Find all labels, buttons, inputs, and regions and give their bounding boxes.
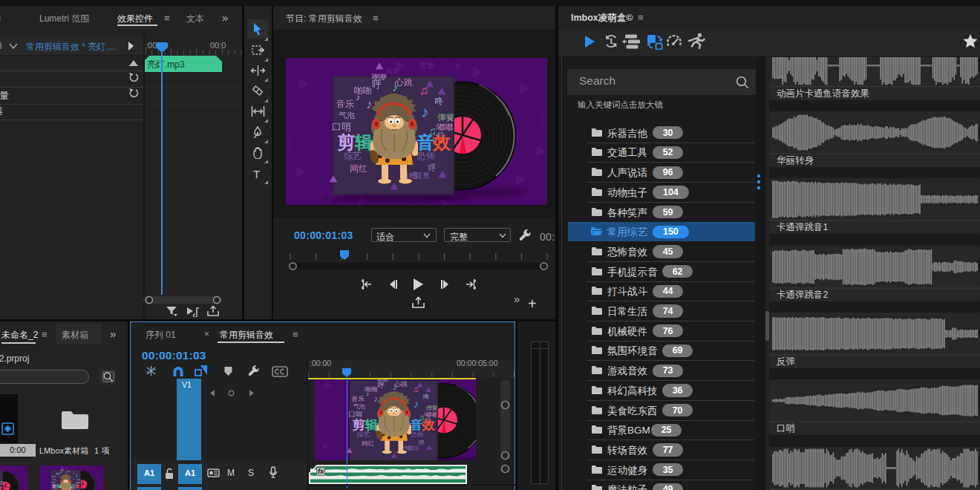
svg-text:咿咿: 咿咿 [372, 73, 387, 81]
svg-text:♪: ♪ [356, 92, 360, 102]
svg-text:剪辑: 剪辑 [386, 68, 399, 75]
svg-text:♪: ♪ [59, 475, 60, 479]
svg-text:剪: 剪 [352, 419, 365, 432]
svg-text:背景: 背景 [409, 445, 420, 451]
svg-text:音: 音 [409, 418, 423, 432]
svg-text:咚: 咚 [76, 474, 78, 477]
svg-text:♪: ♪ [366, 391, 369, 398]
svg-text:♪: ♪ [373, 393, 378, 404]
svg-text:辑: 辑 [56, 484, 61, 489]
svg-text:♪: ♪ [392, 382, 396, 392]
svg-text:综艺: 综艺 [344, 151, 362, 161]
svg-text:飞: 飞 [454, 62, 460, 70]
svg-text:♪: ♪ [65, 471, 67, 474]
svg-text:效: 效 [422, 419, 437, 432]
svg-text:辑: 辑 [365, 419, 379, 432]
svg-text:LMBOX: LMBOX [39, 483, 41, 489]
svg-text:♪: ♪ [421, 103, 429, 120]
svg-text:剪: 剪 [52, 483, 56, 489]
svg-text:网红: 网红 [362, 440, 375, 447]
svg-text:弹簧: 弹簧 [438, 113, 454, 122]
svg-text:口哨: 口哨 [777, 424, 795, 434]
svg-text:气泡: 气泡 [339, 111, 356, 120]
svg-text:剪: 剪 [337, 132, 355, 152]
svg-text:背景: 背景 [415, 172, 430, 180]
svg-text:恐怖: 恐怖 [416, 151, 435, 161]
svg-text:音乐: 音乐 [336, 99, 354, 109]
svg-text:♪: ♪ [392, 80, 399, 94]
svg-text:咚: 咚 [423, 393, 430, 400]
svg-text:LMBOX: LMBOX [540, 108, 547, 134]
svg-text:LMBOX: LMBOX [286, 128, 292, 154]
svg-text:亮灯.mp3: 亮灯.mp3 [147, 59, 185, 70]
svg-text:网红: 网红 [350, 163, 368, 174]
svg-text:音乐: 音乐 [351, 395, 365, 402]
svg-text:口哨: 口哨 [50, 481, 55, 484]
svg-text:口哨: 口哨 [332, 121, 351, 132]
svg-text:音: 音 [416, 132, 434, 152]
svg-text:背景: 背景 [419, 62, 434, 70]
svg-text:卡通弹跳音2: 卡通弹跳音2 [777, 290, 828, 300]
svg-text:咿咿: 咿咿 [378, 379, 389, 383]
svg-text:反弹: 反弹 [777, 356, 795, 367]
svg-text:弹簧: 弹簧 [426, 405, 438, 411]
svg-text:嘟嘟: 嘟嘟 [437, 122, 453, 131]
svg-text:♫: ♫ [72, 471, 74, 475]
svg-text:气泡: 气泡 [353, 403, 365, 410]
svg-text:♪: ♪ [414, 398, 419, 411]
svg-text:嘟嘟: 嘟嘟 [0, 483, 2, 486]
svg-text:华丽转身: 华丽转身 [777, 155, 814, 166]
svg-text:LMBOX: LMBOX [26, 480, 27, 487]
svg-text:♪: ♪ [72, 476, 74, 480]
svg-text:辑: 辑 [354, 132, 373, 152]
svg-text:音乐: 音乐 [52, 475, 56, 478]
svg-text:效: 效 [74, 484, 79, 489]
svg-text:♪: ♪ [366, 97, 373, 111]
svg-text:动画片卡通鱼语音效果: 动画片卡通鱼语音效果 [777, 88, 869, 99]
svg-text:效: 效 [432, 132, 451, 152]
svg-text:卡通弹跳音1: 卡通弹跳音1 [777, 223, 828, 233]
svg-text:LMBOX: LMBOX [101, 477, 103, 484]
svg-text:口哨: 口哨 [348, 411, 362, 418]
svg-text:LMBOX: LMBOX [315, 415, 319, 433]
svg-text:咚: 咚 [434, 96, 443, 106]
